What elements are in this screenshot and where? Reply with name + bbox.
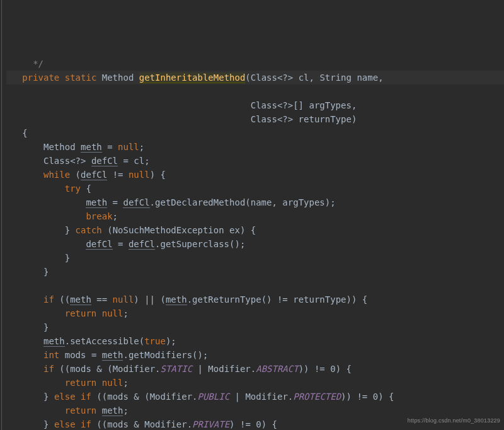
- decl-defcl: Class<?> defCl = cl;: [6, 156, 150, 166]
- if-null-check: if ((meth == null) || (meth.getReturnTyp…: [6, 294, 367, 305]
- fold-guide: [1, 0, 2, 430]
- gutter: [0, 0, 5, 430]
- if-static-abstract: if ((mods & (Modifier.STATIC | Modifier.…: [6, 364, 352, 374]
- catch-close: }: [6, 253, 70, 263]
- method-signature-line-2: Class<?>[] argTypes,: [6, 100, 357, 110]
- open-brace: {: [6, 128, 28, 138]
- method-signature-line-3: Class<?> returnType): [6, 114, 357, 124]
- set-accessible: meth.setAccessible(true);: [6, 336, 176, 347]
- while-close: }: [6, 267, 49, 277]
- watermark: https://blog.csdn.net/m0_38013229: [408, 414, 500, 427]
- code-editor: */ private static Method getInheritableM…: [0, 0, 504, 430]
- mods-decl: int mods = meth.getModifiers();: [6, 350, 208, 361]
- return-meth: return meth;: [6, 405, 129, 416]
- while-line: while (defCl != null) {: [6, 170, 166, 180]
- return-null-1: return null;: [6, 308, 129, 318]
- elseif-public-protected: } else if ((mods & (Modifier.PUBLIC | Mo…: [6, 392, 394, 402]
- if-close-1: }: [6, 322, 49, 332]
- blank-1: [6, 281, 11, 291]
- get-declared-method: meth = defCl.getDeclaredMethod(name, arg…: [6, 197, 336, 208]
- comment-end: */: [6, 59, 43, 69]
- break-line: break;: [6, 211, 118, 221]
- return-null-2: return null;: [6, 378, 129, 388]
- elseif-private: } else if ((mods & Modifier.PRIVATE) != …: [6, 419, 277, 429]
- method-signature-line-1: private static Method getInheritableMeth…: [6, 71, 504, 84]
- try-line: try {: [6, 183, 91, 194]
- catch-line: } catch (NoSuchMethodException ex) {: [6, 225, 256, 235]
- code-block: */ private static Method getInheritableM…: [0, 42, 504, 430]
- decl-meth: Method meth = null;: [6, 142, 144, 153]
- get-superclass: defCl = defCl.getSuperclass();: [6, 239, 245, 250]
